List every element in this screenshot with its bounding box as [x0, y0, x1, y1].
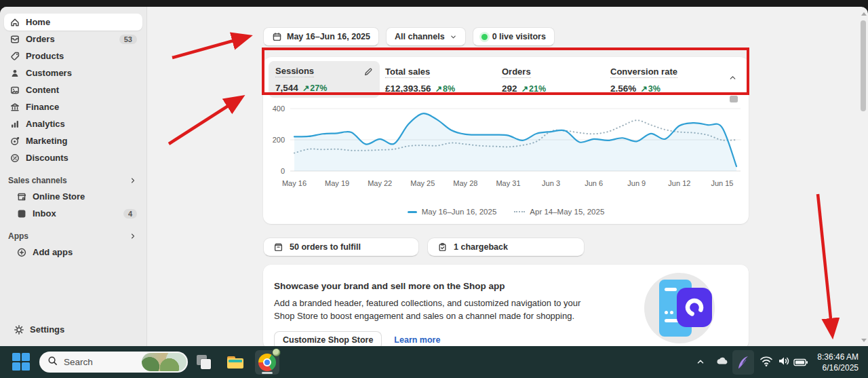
orders-to-fulfill-button[interactable]: 50 orders to fulfill — [263, 238, 419, 257]
chrome-active-indicator — [262, 372, 273, 374]
sales-channels-header[interactable]: Sales channels — [8, 176, 137, 185]
svg-text:200: 200 — [273, 136, 285, 144]
metric-value: £12,393.56 — [385, 83, 431, 94]
channels-dropdown[interactable]: All channels — [386, 27, 466, 46]
battery-icon[interactable] — [793, 357, 808, 369]
wifi-icon[interactable] — [760, 355, 773, 370]
sidebar-item-label: Analytics — [26, 119, 137, 129]
svg-text:May 22: May 22 — [368, 179, 392, 187]
sidebar-item-add-apps[interactable]: Add apps — [4, 244, 142, 261]
sidebar-item-online-store[interactable]: Online Store — [4, 188, 142, 205]
analytics-overview-card: Sessions 7,544 ↗27% Total sales £12,393.… — [263, 57, 749, 224]
sidebar-item-finance[interactable]: Finance — [4, 98, 142, 115]
shop-card-body: Add a branded header, featured collectio… — [274, 297, 583, 323]
taskbar-clock[interactable]: 8:36:46 AM 6/16/2025 — [817, 352, 859, 373]
metric-label: Orders — [502, 67, 531, 78]
collapse-chart-button[interactable] — [726, 71, 739, 84]
metric-delta: 27% — [310, 83, 327, 93]
chrome-profile-avatar — [272, 348, 281, 357]
customize-shop-store-button[interactable]: Customize Shop Store — [274, 331, 382, 346]
sidebar-item-discounts[interactable]: Discounts — [4, 149, 142, 166]
svg-text:May 25: May 25 — [410, 179, 435, 187]
windows-taskbar: Search 8:36:46 AM 6/16/2025 — [0, 346, 868, 378]
home-icon — [9, 17, 20, 28]
shop-app-promo-card: Showcase your brand and sell more on the… — [263, 265, 749, 346]
small-annotation-icon — [730, 96, 738, 102]
tray-chevron-up-icon[interactable] — [696, 357, 705, 369]
chrome-button[interactable] — [255, 350, 279, 375]
search-highlight-image[interactable] — [142, 353, 186, 371]
calendar-icon — [272, 32, 282, 42]
sidebar-item-content[interactable]: Content — [4, 81, 142, 98]
inbox-count-badge: 4 — [123, 209, 137, 219]
scroll-up-arrow-icon[interactable] — [861, 12, 867, 16]
sidebar-item-label: Add apps — [33, 247, 137, 257]
sidebar-item-label: Content — [26, 85, 137, 95]
sidebar-item-home[interactable]: Home — [4, 14, 142, 31]
sidebar-item-customers[interactable]: Customers — [4, 64, 142, 81]
feather-icon — [737, 355, 749, 370]
metrics-row: Sessions 7,544 ↗27% Total sales £12,393.… — [263, 57, 749, 102]
action-pill-row: 50 orders to fulfill 1 chargeback — [263, 238, 585, 257]
live-visitors-button[interactable]: 0 live visitors — [473, 27, 555, 46]
legend-current-period: May 16–Jun 16, 2025 — [408, 208, 497, 216]
svg-text:May 16: May 16 — [282, 179, 307, 187]
channels-label: All channels — [395, 32, 445, 41]
discount-icon — [9, 153, 20, 164]
sidebar-item-label: Discounts — [26, 153, 137, 163]
sidebar-item-analytics[interactable]: Analytics — [4, 115, 142, 132]
sidebar-item-label: Orders — [26, 34, 114, 44]
date-range-label: May 16–Jun 16, 2025 — [287, 32, 370, 41]
onedrive-cloud-icon[interactable] — [715, 355, 730, 370]
sidebar-item-products[interactable]: Products — [4, 48, 142, 64]
apps-header[interactable]: Apps — [8, 231, 137, 241]
metric-conversion-rate[interactable]: Conversion rate 2.56% ↗3% — [610, 57, 677, 94]
metric-label: Total sales — [385, 67, 430, 78]
pencil-icon[interactable] — [363, 67, 373, 77]
metric-orders[interactable]: Orders 292 ↗21% — [502, 57, 546, 94]
action-pill-label: 1 chargeback — [454, 242, 508, 252]
svg-text:May 19: May 19 — [325, 179, 349, 187]
sidebar-item-label: Inbox — [33, 208, 118, 219]
sidebar-item-label: Finance — [26, 102, 137, 112]
gear-icon — [14, 324, 24, 335]
search-placeholder: Search — [64, 357, 93, 367]
metric-delta: 3% — [648, 84, 660, 94]
sidebar-item-settings[interactable]: Settings — [8, 321, 140, 338]
metric-value: 2.56% — [610, 83, 636, 94]
orders-count-badge: 53 — [119, 35, 137, 44]
feather-app-button[interactable] — [732, 350, 754, 375]
up-arrow-icon: ↗ — [435, 83, 442, 94]
start-button[interactable] — [12, 353, 30, 371]
plus-circle-icon — [16, 247, 27, 258]
solid-line-swatch-icon — [408, 211, 417, 213]
metric-total-sales[interactable]: Total sales £12,393.56 ↗8% — [385, 57, 455, 94]
tag-icon — [9, 51, 20, 62]
svg-text:S: S — [20, 210, 24, 217]
metric-delta: 21% — [529, 84, 546, 94]
legend-previous-period: Apr 14–May 15, 2025 — [514, 208, 604, 216]
metric-label: Sessions — [275, 66, 314, 77]
vertical-scrollbar[interactable] — [860, 10, 867, 343]
date-range-button[interactable]: May 16–Jun 16, 2025 — [263, 27, 379, 46]
speaker-icon[interactable] — [777, 355, 791, 370]
sidebar-item-orders[interactable]: Orders 53 — [4, 31, 142, 48]
sessions-chart: 0200400May 16May 19May 22May 25May 28May… — [267, 103, 745, 191]
chargeback-button[interactable]: 1 chargeback — [427, 238, 585, 257]
svg-text:Jun 9: Jun 9 — [627, 179, 646, 187]
file-explorer-button[interactable] — [226, 354, 244, 371]
metric-sessions[interactable]: Sessions 7,544 ↗27% — [269, 61, 380, 98]
chart-legend: May 16–Jun 16, 2025 Apr 14–May 15, 2025 — [263, 208, 749, 216]
search-icon — [47, 356, 58, 368]
learn-more-link[interactable]: Learn more — [394, 335, 440, 345]
live-dot-icon — [481, 34, 488, 40]
taskbar-search-box[interactable]: Search — [39, 352, 188, 373]
sidebar-item-inbox[interactable]: S Inbox 4 — [4, 205, 142, 222]
scroll-down-arrow-icon[interactable] — [861, 339, 867, 342]
scrollbar-thumb[interactable] — [861, 20, 866, 111]
sidebar-item-marketing[interactable]: Marketing — [4, 132, 142, 149]
sidebar-item-label: Customers — [26, 68, 137, 78]
task-view-button[interactable] — [195, 354, 213, 371]
sessions-chart-area[interactable]: 0200400May 16May 19May 22May 25May 28May… — [267, 103, 745, 191]
os-top-strip — [0, 0, 868, 7]
